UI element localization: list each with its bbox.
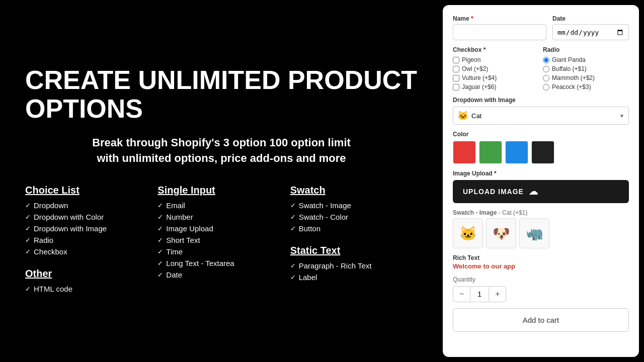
swatch-col: Swatch ✓ Swatch - Image ✓ Swatch - Color…	[290, 185, 418, 296]
list-item: ✓ Number	[157, 213, 285, 221]
color-swatch-green[interactable]	[479, 141, 502, 164]
main-title: CREATE UNLIMITED PRODUCT OPTIONS	[25, 66, 418, 123]
name-label: Name *	[453, 15, 546, 22]
rich-text-label: Rich Text	[453, 254, 629, 261]
swatch-images-label: Swatch - Image - Cat (+$1)	[453, 209, 629, 216]
quantity-decrease-button[interactable]: −	[453, 287, 470, 302]
radio-mammoth-input[interactable]	[543, 75, 549, 81]
checkbox-pigeon[interactable]: Pigeon	[453, 56, 539, 63]
list-item: ✓ Short Text	[157, 236, 285, 244]
single-input-col: Single Input ✓ Email ✓ Number ✓ Image Up…	[157, 185, 285, 296]
quantity-label: Quantity	[453, 276, 629, 283]
cloud-icon: ☁	[529, 186, 538, 197]
choice-list-col: Choice List ✓ Dropdown ✓ Dropdown with C…	[25, 185, 152, 296]
check-icon: ✓	[290, 274, 296, 281]
other-heading: Other	[25, 268, 152, 280]
radio-section-label: Radio	[543, 46, 629, 53]
color-label: Color	[453, 131, 629, 138]
quantity-section: Quantity − 1 +	[453, 276, 629, 302]
checkbox-owl[interactable]: Owl (+$2)	[453, 65, 539, 72]
dropdown-image-wrapper[interactable]: 🐱 Cat ▼	[453, 107, 629, 125]
upload-image-button[interactable]: UPLOAD IMAGE ☁	[453, 180, 629, 203]
list-item: ✓ Date	[157, 270, 285, 279]
radio-peacock-input[interactable]	[543, 84, 549, 90]
radio-mammoth[interactable]: Mammoth (+$2)	[543, 74, 629, 81]
choice-list-heading: Choice List	[25, 185, 152, 196]
swatch-images-group: Swatch - Image - Cat (+$1) 🐱 🐶 🦏	[453, 209, 629, 248]
static-text-heading: Static Text	[290, 245, 418, 256]
dropdown-image-group: Dropdown with Image 🐱 Cat ▼	[453, 97, 629, 125]
left-panel: CREATE UNLIMITED PRODUCT OPTIONS Break t…	[0, 0, 443, 362]
check-icon: ✓	[157, 248, 163, 255]
swatch-cat-image[interactable]: 🐱	[453, 218, 483, 248]
list-item: ✓ Dropdown	[25, 201, 152, 210]
color-swatch-blue[interactable]	[505, 141, 528, 164]
color-swatch-black[interactable]	[531, 141, 554, 164]
list-item: ✓ Radio	[25, 236, 152, 244]
swatch-sub-label: - Cat (+$1)	[499, 209, 528, 216]
swatch-rhino-image[interactable]: 🦏	[519, 218, 549, 248]
upload-button-text: UPLOAD IMAGE	[463, 188, 524, 196]
check-icon: ✓	[25, 225, 31, 232]
single-input-heading: Single Input	[157, 185, 285, 196]
quantity-control: − 1 +	[453, 286, 506, 302]
list-item: ✓ Swatch - Image	[290, 201, 418, 210]
add-to-cart-button[interactable]: Add to cart	[453, 308, 629, 332]
color-group: Color	[453, 131, 629, 164]
swatch-images-row: 🐱 🐶 🦏	[453, 218, 629, 248]
check-icon: ✓	[25, 236, 31, 244]
check-icon: ✓	[25, 213, 31, 221]
rich-text-content: Welcome to our app	[453, 262, 629, 270]
radio-giant-panda[interactable]: Giant Panda	[543, 56, 629, 63]
checkbox-vulture-input[interactable]	[453, 75, 459, 81]
date-input[interactable]	[552, 24, 629, 40]
checkbox-group-container: Checkbox * Pigeon Owl (+$2) Vulture (+$4…	[453, 46, 539, 90]
name-input[interactable]	[453, 24, 546, 40]
dropdown-arrow-icon: ▼	[619, 113, 624, 119]
check-icon: ✓	[157, 213, 163, 221]
checkbox-section-label: Checkbox *	[453, 46, 539, 53]
checkbox-owl-input[interactable]	[453, 66, 459, 72]
right-panel: Name * Date Checkbox * Pigeon Owl (+$2) …	[443, 5, 639, 357]
checkbox-pigeon-input[interactable]	[453, 57, 459, 63]
list-item: ✓ Email	[157, 201, 285, 210]
rich-text-group: Rich Text Welcome to our app	[453, 254, 629, 270]
subtitle: Break through Shopify's 3 option 100 opt…	[25, 135, 418, 166]
swatch-dog-image[interactable]: 🐶	[486, 218, 516, 248]
swatch-heading: Swatch	[290, 185, 418, 196]
features-grid: Choice List ✓ Dropdown ✓ Dropdown with C…	[25, 185, 418, 296]
checkbox-jaguar-input[interactable]	[453, 84, 459, 90]
list-item: ✓ Dropdown with Color	[25, 213, 152, 221]
list-item: ✓ HTML code	[25, 285, 152, 293]
date-label: Date	[552, 15, 629, 22]
radio-peacock[interactable]: Peacock (+$3)	[543, 83, 629, 90]
check-icon: ✓	[290, 202, 296, 209]
checkbox-group: Pigeon Owl (+$2) Vulture (+$4) Jaguar (+…	[453, 56, 539, 90]
check-icon: ✓	[25, 285, 31, 293]
radio-group: Giant Panda Buffalo (+$1) Mammoth (+$2) …	[543, 56, 629, 90]
dropdown-selected-text: Cat	[471, 112, 616, 120]
list-item: ✓ Label	[290, 273, 418, 282]
radio-group-container: Radio Giant Panda Buffalo (+$1) Mammoth …	[543, 46, 629, 90]
radio-giant-panda-input[interactable]	[543, 57, 549, 63]
image-upload-label: Image Upload *	[453, 170, 629, 177]
color-swatch-red[interactable]	[453, 141, 476, 164]
date-group: Date	[552, 15, 629, 40]
list-item: ✓ Paragraph - Rich Text	[290, 261, 418, 270]
check-icon: ✓	[157, 202, 163, 209]
dropdown-image-label: Dropdown with Image	[453, 97, 629, 104]
checkbox-vulture[interactable]: Vulture (+$4)	[453, 74, 539, 81]
check-icon: ✓	[157, 236, 163, 244]
check-icon: ✓	[290, 225, 296, 232]
check-icon: ✓	[157, 259, 163, 267]
check-icon: ✓	[290, 213, 296, 221]
checkbox-jaguar[interactable]: Jaguar (+$6)	[453, 83, 539, 90]
check-icon: ✓	[157, 225, 163, 232]
quantity-increase-button[interactable]: +	[489, 287, 506, 302]
radio-buffalo[interactable]: Buffalo (+$1)	[543, 65, 629, 72]
list-item: ✓ Swatch - Color	[290, 213, 418, 221]
check-icon: ✓	[290, 262, 296, 269]
check-icon: ✓	[157, 271, 163, 279]
radio-buffalo-input[interactable]	[543, 66, 549, 72]
name-group: Name *	[453, 15, 546, 40]
